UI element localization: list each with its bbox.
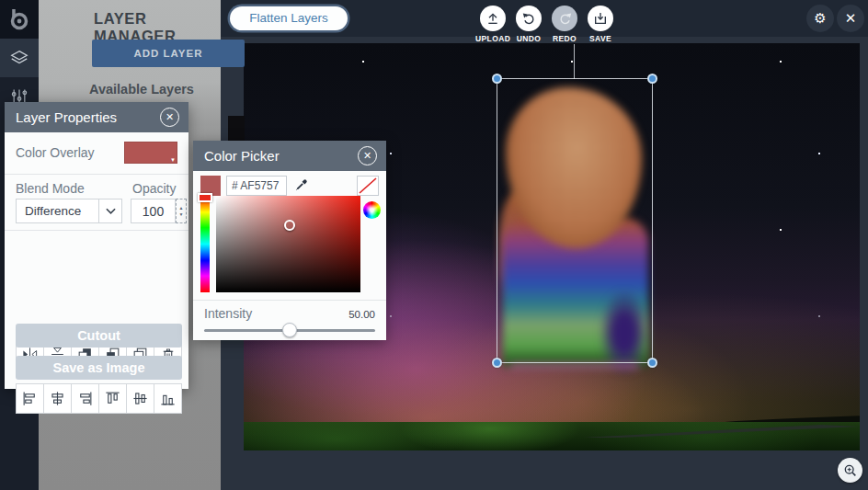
rotation-handle-line[interactable]	[574, 44, 575, 79]
blend-mode-value: Difference	[17, 204, 98, 218]
align-center-horizontal-icon	[49, 390, 66, 407]
resize-handle-bottom-right[interactable]	[647, 358, 657, 368]
save-as-image-button[interactable]: Save as Image	[16, 356, 182, 380]
cutout-button[interactable]: Cutout	[16, 324, 182, 348]
eyedropper-icon[interactable]	[294, 177, 310, 192]
sidebar-item-layers[interactable]	[0, 39, 39, 77]
settings-button[interactable]: ⚙	[806, 5, 834, 32]
redo-icon	[557, 11, 573, 27]
align-left-button[interactable]	[16, 383, 44, 414]
undo-button[interactable]: UNDO	[511, 6, 546, 43]
app-window: Flatten Layers UPLOAD UNDO REDO SAVE ⚙ ✕	[0, 0, 868, 490]
upload-icon	[485, 11, 500, 26]
layer-selection-box[interactable]	[497, 78, 653, 363]
align-tools-row	[16, 383, 182, 414]
swatch-dropdown-icon: ▼	[170, 157, 176, 163]
resize-handle-bottom-left[interactable]	[492, 358, 502, 368]
undo-icon	[521, 11, 537, 27]
add-layer-button[interactable]: ADD LAYER	[92, 40, 245, 67]
align-center-vertical-icon	[131, 390, 149, 407]
opacity-input[interactable]	[131, 199, 176, 223]
intensity-row: Intensity 50.00	[193, 301, 386, 341]
close-app-button[interactable]: ✕	[837, 5, 864, 32]
road	[583, 425, 861, 438]
close-color-picker-button[interactable]: ✕	[358, 146, 377, 165]
color-picker-header: Color Picker ✕	[193, 141, 386, 171]
no-color-icon	[358, 177, 378, 195]
align-bottom-button[interactable]	[154, 383, 182, 414]
intensity-slider-handle[interactable]	[282, 323, 297, 337]
grass-field	[244, 422, 860, 450]
available-layers-label: Available Layers	[89, 82, 194, 97]
opacity-label: Opacity	[132, 181, 176, 196]
align-top-icon	[104, 390, 121, 407]
color-picker-dialog: Color Picker ✕ Intensity 50.00	[193, 141, 386, 340]
opacity-stepper[interactable]: ▲▼	[176, 199, 187, 223]
resize-handle-top-right[interactable]	[647, 74, 657, 84]
redo-button[interactable]: REDO	[547, 6, 582, 43]
blend-opacity-row: Blend Mode Opacity Difference ▲▼	[5, 175, 188, 230]
no-color-swatch[interactable]	[357, 176, 379, 196]
resize-handle-top-left[interactable]	[492, 74, 502, 84]
close-layer-properties-button[interactable]: ✕	[160, 108, 179, 127]
align-center-vertical-button[interactable]	[127, 383, 154, 414]
hue-slider[interactable]	[200, 196, 210, 292]
flatten-layers-button[interactable]: Flatten Layers	[230, 6, 348, 30]
align-left-icon	[21, 390, 39, 407]
intensity-slider-track[interactable]	[204, 329, 375, 332]
align-top-button[interactable]	[99, 383, 127, 414]
color-wheel-icon[interactable]	[363, 201, 381, 219]
gear-icon: ⚙	[814, 10, 826, 27]
blend-mode-select[interactable]: Difference	[16, 199, 122, 223]
save-button[interactable]: SAVE	[583, 6, 618, 43]
app-logo[interactable]	[0, 0, 39, 39]
befunky-logo-icon	[8, 7, 30, 31]
blend-mode-label: Blend Mode	[16, 181, 85, 196]
color-picker-title: Color Picker	[204, 148, 280, 164]
save-icon	[593, 11, 608, 26]
align-right-button[interactable]	[72, 383, 99, 414]
color-overlay-label: Color Overlay	[16, 145, 95, 160]
layers-icon	[9, 48, 29, 68]
color-position-marker[interactable]	[284, 220, 295, 231]
color-overlay-swatch[interactable]: ▼	[124, 142, 177, 164]
chevron-down-icon	[98, 199, 121, 222]
hex-color-input[interactable]	[226, 176, 287, 196]
align-bottom-icon	[159, 390, 177, 407]
upload-button[interactable]: UPLOAD	[475, 6, 510, 43]
intensity-label: Intensity	[204, 306, 252, 321]
saturation-value-area[interactable]	[216, 196, 360, 292]
zoom-button[interactable]	[838, 458, 862, 483]
hue-slider-handle[interactable]	[198, 193, 212, 202]
zoom-in-icon	[843, 463, 858, 478]
layer-properties-dialog: Layer Properties ✕ Color Overlay ▼ Blend…	[5, 102, 188, 389]
close-icon: ✕	[845, 10, 857, 27]
intensity-value: 50.00	[348, 309, 375, 320]
person-bottom-glow	[510, 363, 639, 369]
align-center-horizontal-button[interactable]	[44, 383, 72, 414]
align-right-icon	[76, 390, 94, 407]
toolbar-actions: UPLOAD UNDO REDO SAVE	[475, 6, 618, 43]
layer-properties-title: Layer Properties	[16, 109, 117, 125]
color-overlay-row: Color Overlay ▼	[5, 132, 188, 174]
layer-properties-header: Layer Properties ✕	[5, 102, 188, 132]
